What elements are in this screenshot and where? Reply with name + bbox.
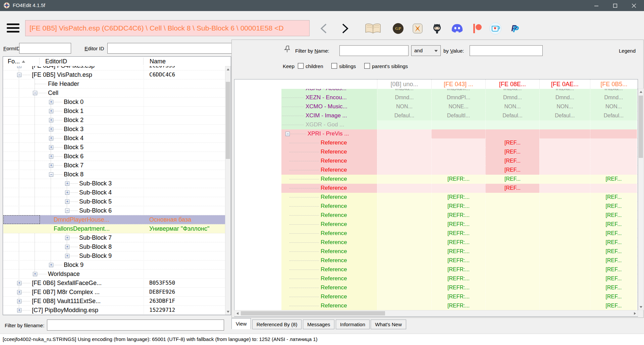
table-value-cell[interactable]: [REFR:... [431, 283, 485, 292]
table-value-cell[interactable] [377, 148, 431, 157]
expand-icon[interactable]: + [49, 163, 53, 168]
table-value-cell[interactable] [377, 120, 431, 129]
table-row[interactable]: Reference[REFR:...[REF... [234, 220, 638, 229]
keep-parents-siblings-checkbox[interactable] [364, 63, 370, 69]
table-value-cell[interactable] [377, 238, 431, 247]
tree-row[interactable]: FallonsDepartment...Универмаг "Фэллонс" [3, 224, 225, 233]
filter-name-input[interactable] [339, 45, 409, 56]
keep-siblings-checkbox[interactable] [331, 63, 337, 69]
table-value-cell[interactable]: IntDia... [377, 89, 431, 93]
close-button[interactable] [625, 0, 643, 11]
table-value-cell[interactable] [485, 265, 539, 274]
table-value-cell[interactable] [485, 211, 539, 220]
table-value-cell[interactable]: [REF... [590, 274, 637, 283]
table-row[interactable]: Reference[REFR:...[REF... [234, 229, 638, 238]
table-value-cell[interactable] [377, 283, 431, 292]
table-row[interactable]: Reference[REFR:...[REF... [234, 247, 638, 256]
tree-row[interactable]: +Block 0 [3, 98, 225, 107]
table-value-cell[interactable]: NONE... [431, 102, 485, 111]
table-value-cell[interactable]: [REF... [590, 292, 637, 301]
collapse-icon[interactable]: − [285, 132, 290, 136]
tree-row[interactable]: +Sub-Block 9 [3, 251, 225, 261]
table-value-cell[interactable] [590, 120, 637, 129]
table-value-cell[interactable] [431, 129, 485, 138]
expand-icon[interactable]: + [49, 118, 53, 122]
column-editorid[interactable]: EditorID [45, 58, 67, 65]
table-value-cell[interactable] [377, 229, 431, 238]
table-value-cell[interactable] [590, 184, 637, 193]
table-value-cell[interactable] [539, 184, 590, 193]
tree-row[interactable]: +[FE 0B8] Vault111ExtSe...263DBF1F [3, 297, 225, 306]
expand-icon[interactable]: + [65, 190, 69, 195]
collapse-icon[interactable]: − [49, 172, 53, 177]
table-value-cell[interactable] [539, 274, 590, 283]
table-value-cell[interactable] [377, 301, 431, 310]
tree-row[interactable]: −[FE 0B5] VisPatch.espC6DDC4C6 [3, 70, 225, 79]
table-value-cell[interactable] [539, 166, 590, 175]
table-value-cell[interactable]: [REFR:... [431, 256, 485, 265]
table-value-cell[interactable] [539, 129, 590, 138]
expand-icon[interactable]: + [17, 290, 21, 294]
expand-icon[interactable]: + [17, 299, 21, 303]
table-row[interactable]: Reference[REFR:...[REF... [234, 238, 638, 247]
table-row[interactable]: Reference[REFR:...[REF... [234, 256, 638, 265]
table-value-cell[interactable] [431, 157, 485, 166]
table-row[interactable]: Reference[REFR:...[REF... [234, 292, 638, 301]
table-value-cell[interactable]: [REF... [485, 184, 539, 193]
table-value-cell[interactable] [485, 283, 539, 292]
filename-filter-input[interactable] [47, 320, 224, 331]
table-value-cell[interactable]: DefaultI... [431, 111, 485, 120]
filter-operator-select[interactable]: and [411, 45, 441, 56]
table-row[interactable]: XCAS - Acous...IntDia...IntDiam...IntDia… [234, 89, 638, 93]
table-value-cell[interactable]: NON... [485, 102, 539, 111]
keep-children-checkbox[interactable] [298, 63, 304, 69]
table-value-cell[interactable]: [REF... [590, 193, 637, 202]
table-value-cell[interactable] [485, 129, 539, 138]
discord-icon[interactable] [451, 22, 464, 35]
table-row[interactable]: Reference[REFR:...[REF... [234, 211, 638, 220]
table-value-cell[interactable] [485, 202, 539, 211]
table-row[interactable]: Reference[REFR:...[REF... [234, 265, 638, 274]
plugin-column-header[interactable]: [FE 0AE... [539, 79, 590, 89]
expand-icon[interactable]: + [65, 181, 69, 186]
tree-vertical-scrollbar[interactable] [225, 66, 231, 315]
table-value-cell[interactable] [539, 301, 590, 310]
table-value-cell[interactable]: Dmnd... [377, 93, 431, 102]
tree-row[interactable]: +[FE 0B7] M8r Complex ...DE8FE926 [3, 288, 225, 297]
collapse-icon[interactable]: − [65, 209, 69, 213]
table-value-cell[interactable] [539, 229, 590, 238]
table-row[interactable]: XEZN - Encou...Dmnd...DmndPl...Dmnd...Dm… [234, 93, 638, 102]
table-value-cell[interactable]: [REF... [485, 166, 539, 175]
table-value-cell[interactable]: NON... [539, 102, 590, 111]
table-horizontal-scrollbar[interactable] [234, 310, 638, 317]
table-value-cell[interactable]: Dmnd... [539, 93, 590, 102]
table-value-cell[interactable]: [REF... [590, 175, 637, 184]
column-name[interactable]: Name [150, 58, 166, 65]
table-value-cell[interactable]: [REF... [590, 283, 637, 292]
table-value-cell[interactable]: [REFR:... [431, 301, 485, 310]
tree-row[interactable]: File Header [3, 79, 225, 89]
table-value-cell[interactable] [590, 129, 637, 138]
back-icon[interactable] [319, 23, 331, 34]
table-value-cell[interactable]: IntDia... [590, 89, 637, 93]
table-value-cell[interactable] [431, 148, 485, 157]
table-value-cell[interactable] [539, 138, 590, 148]
expand-icon[interactable]: + [49, 136, 53, 140]
table-value-cell[interactable] [539, 120, 590, 129]
table-row[interactable]: Reference[REF... [234, 138, 638, 148]
table-row[interactable]: Reference[REF... [234, 157, 638, 166]
plugin-column-header[interactable]: [0B] uno... [377, 79, 431, 89]
table-value-cell[interactable]: IntDia... [485, 89, 539, 93]
patreon-icon[interactable] [471, 22, 484, 35]
column-formid[interactable]: Fo... [8, 58, 20, 65]
table-row[interactable]: Reference[REFR:...[REF... [234, 202, 638, 211]
tab-whats-new[interactable]: What's New [371, 320, 406, 329]
table-value-cell[interactable] [431, 138, 485, 148]
tree-row[interactable]: +Block 9 [3, 261, 225, 270]
expand-icon[interactable]: + [49, 109, 53, 113]
expand-icon[interactable]: + [65, 236, 69, 240]
table-value-cell[interactable]: [REF... [590, 229, 637, 238]
table-value-cell[interactable]: Defaul... [377, 111, 431, 120]
github-icon[interactable] [431, 22, 443, 35]
table-value-cell[interactable] [485, 292, 539, 301]
